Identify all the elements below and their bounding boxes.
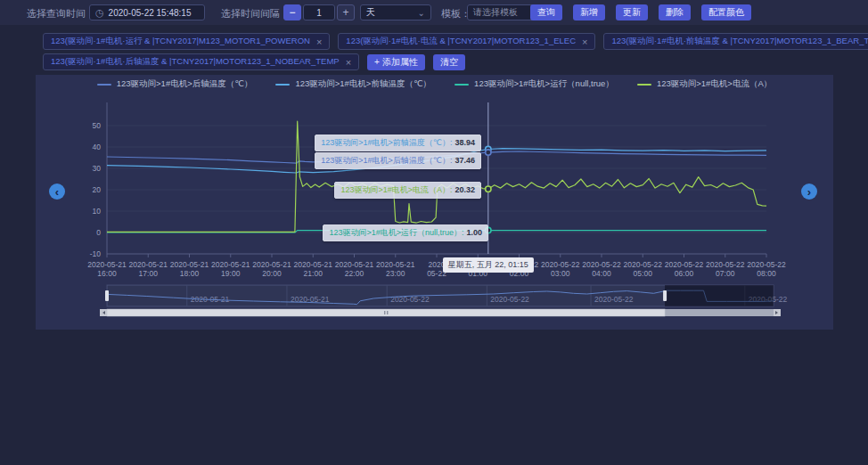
tag-chip[interactable]: 123(驱动间·1#电机·运行 & |TCNY2017|M123_MOTOR1_… bbox=[43, 33, 330, 50]
y-axis-label: 40 bbox=[93, 143, 102, 151]
tag-chip[interactable]: 123(驱动间·1#电机·电流 & |TCNY2017|MOTOR123_1_E… bbox=[338, 33, 595, 50]
x-axis-label: 2020-05-22 bbox=[665, 260, 704, 269]
y-axis-label: -10 bbox=[90, 249, 102, 258]
tooltip-rear-temp: 123驱动间>1#电机>后轴温度（℃）:37.46 bbox=[315, 152, 481, 169]
tooltip-value: 38.94 bbox=[454, 138, 475, 147]
top-toolbar: 选择查询时间： ◷ 2020-05-22 15:48:15 选择时间间隔： − … bbox=[0, 0, 868, 25]
scrollbar-thumb[interactable] bbox=[107, 309, 665, 316]
dashboard-page: 选择查询时间： ◷ 2020-05-22 15:48:15 选择时间间隔： − … bbox=[0, 0, 868, 465]
legend-line-marker bbox=[637, 84, 651, 86]
x-axis-label: 2020-05-21 bbox=[211, 260, 250, 269]
plus-icon: + bbox=[374, 57, 380, 67]
tooltip-value: 20.32 bbox=[454, 185, 475, 194]
x-axis-label: 19:00 bbox=[221, 269, 241, 278]
interval-decrease-button[interactable]: − bbox=[283, 4, 301, 20]
x-axis-label: 2020-05-21 bbox=[376, 260, 415, 269]
x-axis-label: 23:00 bbox=[386, 269, 405, 278]
pan-left-button[interactable]: ‹ bbox=[49, 184, 65, 200]
legend-line-marker bbox=[454, 84, 469, 86]
x-axis-label: 2020-05-21 bbox=[294, 260, 333, 269]
config-color-button[interactable]: 配置颜色 bbox=[701, 4, 751, 20]
interval-label: 选择时间间隔： bbox=[221, 7, 290, 20]
x-axis-label: 07:00 bbox=[716, 269, 735, 278]
tooltip-label: 123驱动间>1#电机>前轴温度（℃）: bbox=[321, 138, 452, 147]
tag-chip-row-1: 123(驱动间·1#电机·运行 & |TCNY2017|M123_MOTOR1_… bbox=[43, 33, 868, 50]
y-axis-label: 10 bbox=[93, 207, 102, 216]
tooltip-label: 123驱动间>1#电机>后轴温度（℃）: bbox=[321, 156, 452, 165]
tag-chip-row-2: 123(驱动间·1#电机·后轴温度 & |TCNY2017|MOTOR123_1… bbox=[43, 53, 465, 70]
legend-line-marker bbox=[97, 84, 111, 86]
x-axis-label: 21:00 bbox=[304, 269, 323, 278]
chart-navigator[interactable]: 2020-05-212020-05-212020-05-222020-05-22… bbox=[85, 283, 789, 322]
close-icon[interactable]: × bbox=[346, 57, 351, 68]
x-axis-label: 2020-05-21 bbox=[252, 260, 291, 269]
y-axis-label: 30 bbox=[93, 164, 102, 173]
tag-chip-label: 123(驱动间·1#电机·后轴温度 & |TCNY2017|MOTOR123_1… bbox=[51, 56, 340, 68]
query-time-value: 2020-05-22 15:48:15 bbox=[109, 8, 192, 18]
x-axis-label: 17:00 bbox=[139, 269, 159, 278]
legend-item-rear-temp[interactable]: 123驱动间>1#电机>后轴温度（℃） bbox=[97, 78, 253, 90]
x-axis-label: 2020-05-21 bbox=[170, 260, 209, 269]
legend-label: 123驱动间>1#电机>电流（A） bbox=[657, 78, 772, 90]
delete-button[interactable]: 删除 bbox=[659, 4, 691, 20]
tooltip-front-temp: 123驱动间>1#电机>前轴温度（℃）:38.94 bbox=[315, 135, 481, 151]
y-axis-label: 20 bbox=[93, 185, 102, 194]
query-time-label: 选择查询时间： bbox=[27, 7, 95, 20]
crosshair-marker-current bbox=[486, 186, 491, 192]
pan-right-button[interactable]: › bbox=[801, 184, 817, 200]
legend-label: 123驱动间>1#电机>后轴温度（℃） bbox=[117, 78, 253, 90]
tooltip-run: 123驱动间>1#电机>运行（null,true）:1.00 bbox=[323, 224, 488, 241]
tag-chip[interactable]: 123(驱动间·1#电机·后轴温度 & |TCNY2017|MOTOR123_1… bbox=[43, 53, 359, 70]
navigator-selected-range[interactable] bbox=[107, 285, 665, 306]
tag-chip-label: 123(驱动间·1#电机·运行 & |TCNY2017|M123_MOTOR1_… bbox=[51, 36, 310, 47]
y-axis-label: 0 bbox=[96, 228, 101, 237]
interval-value: 1 bbox=[316, 8, 322, 18]
x-axis-label: 2020-05-22 bbox=[747, 260, 786, 269]
legend-line-marker bbox=[275, 84, 290, 86]
navigator-left-handle[interactable] bbox=[105, 290, 109, 301]
tooltip-value: 37.46 bbox=[454, 156, 475, 165]
scrollbar-grip bbox=[384, 311, 385, 314]
interval-unit-select[interactable]: 天 ⌄ bbox=[360, 4, 431, 20]
query-button[interactable]: 查询 bbox=[530, 4, 562, 20]
query-time-input[interactable]: ◷ 2020-05-22 15:48:15 bbox=[89, 4, 205, 20]
close-icon[interactable]: × bbox=[316, 37, 322, 47]
x-axis-label: 16:00 bbox=[97, 269, 117, 278]
tooltip-current: 123驱动间>1#电机>电流（A）:20.32 bbox=[334, 182, 481, 199]
x-axis-label: 2020-05-22 bbox=[582, 260, 621, 269]
legend-label: 123驱动间>1#电机>前轴温度（℃） bbox=[295, 78, 431, 90]
add-attribute-label: 添加属性 bbox=[382, 56, 418, 69]
legend-item-front-temp[interactable]: 123驱动间>1#电机>前轴温度（℃） bbox=[275, 78, 431, 90]
x-axis-label: 04:00 bbox=[592, 269, 611, 278]
x-axis-label: 06:00 bbox=[675, 269, 694, 278]
x-axis-label: 03:00 bbox=[551, 269, 570, 278]
add-attribute-button[interactable]: + 添加属性 bbox=[367, 54, 425, 70]
update-button[interactable]: 更新 bbox=[616, 4, 648, 20]
interval-value-input[interactable]: 1 bbox=[303, 4, 335, 20]
navigator-masked-range bbox=[665, 285, 774, 306]
add-button[interactable]: 新增 bbox=[573, 4, 605, 20]
legend-item-run[interactable]: 123驱动间>1#电机>运行（null,true） bbox=[454, 78, 614, 90]
interval-increase-button[interactable]: + bbox=[337, 4, 355, 20]
x-axis-label: 2020-05-21 bbox=[335, 260, 374, 269]
axis-pointer-tooltip: 星期五, 五月 22, 01:15 bbox=[443, 257, 534, 273]
tooltip-label: 123驱动间>1#电机>电流（A）: bbox=[340, 185, 452, 194]
tag-chip-label: 123(驱动间·1#电机·前轴温度 & |TCNY2017|MOTOR123_1… bbox=[611, 36, 868, 47]
tag-chip-label: 123(驱动间·1#电机·电流 & |TCNY2017|MOTOR123_1_E… bbox=[346, 36, 576, 47]
legend-item-current[interactable]: 123驱动间>1#电机>电流（A） bbox=[637, 78, 772, 90]
x-axis-label: 2020-05-22 bbox=[624, 260, 663, 269]
tag-chip[interactable]: 123(驱动间·1#电机·前轴温度 & |TCNY2017|MOTOR123_1… bbox=[603, 33, 868, 50]
x-axis-label: 05:00 bbox=[634, 269, 653, 278]
legend-label: 123驱动间>1#电机>运行（null,true） bbox=[474, 78, 614, 90]
chevron-down-icon: ⌄ bbox=[418, 11, 425, 15]
x-axis-label: 20:00 bbox=[262, 269, 282, 278]
template-placeholder: 请选择模板 bbox=[473, 6, 518, 19]
chart-legend: 123驱动间>1#电机>后轴温度（℃） 123驱动间>1#电机>前轴温度（℃） … bbox=[36, 78, 833, 90]
x-axis-label: 2020-05-22 bbox=[706, 260, 745, 269]
navigator-right-handle[interactable] bbox=[663, 290, 667, 301]
x-axis-label: 08:00 bbox=[757, 269, 776, 278]
tooltip-label: 123驱动间>1#电机>运行（null,true）: bbox=[329, 228, 463, 237]
clear-button[interactable]: 清空 bbox=[433, 54, 465, 70]
close-icon[interactable]: × bbox=[582, 37, 587, 47]
x-axis-label: 2020-05-21 bbox=[87, 260, 127, 269]
